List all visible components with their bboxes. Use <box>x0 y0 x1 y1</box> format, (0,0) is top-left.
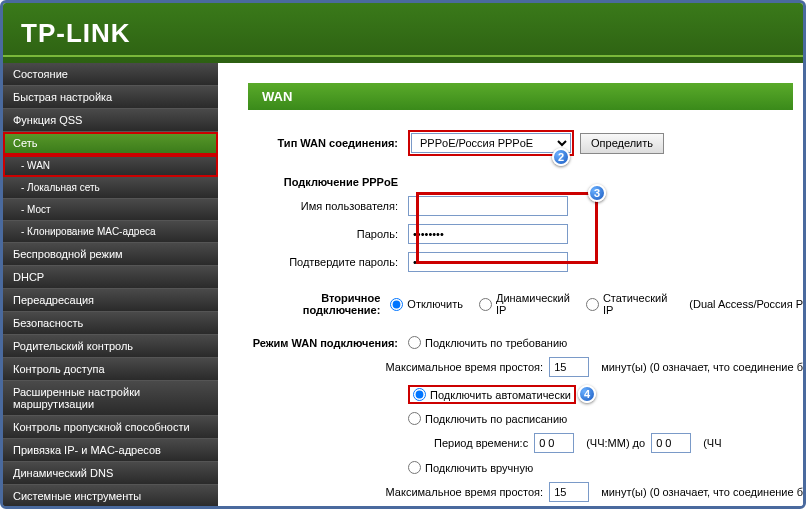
period-label: Период времени:с <box>434 437 528 449</box>
sidebar-item-parental[interactable]: Родительский контроль <box>3 335 218 358</box>
wan-type-label: Тип WAN соединения: <box>248 137 408 149</box>
logo: TP-LINK <box>21 18 131 49</box>
password-input[interactable] <box>408 224 568 244</box>
badge-2: 2 <box>552 148 570 166</box>
period-hhmm: (ЧЧ:ММ) до <box>586 437 645 449</box>
sidebar: Состояние Быстрая настройка Функция QSS … <box>3 63 218 506</box>
sidebar-item-network[interactable]: Сеть <box>3 132 218 155</box>
secondary-label: Вторичное подключение: <box>248 292 390 316</box>
secondary-staticip[interactable]: Статический IP <box>586 292 667 316</box>
sidebar-item-wireless[interactable]: Беспроводной режим <box>3 243 218 266</box>
pppoe-section-label: Подключение PPPoE <box>248 176 408 188</box>
mode-label: Режим WAN подключения: <box>248 337 408 349</box>
sidebar-item-status[interactable]: Состояние <box>3 63 218 86</box>
sidebar-item-ddns[interactable]: Динамический DNS <box>3 462 218 485</box>
page-title: WAN <box>248 83 793 110</box>
idle2-label: Максимальное время простоя: <box>386 486 544 498</box>
sidebar-item-lan[interactable]: - Локальная сеть <box>3 177 218 199</box>
badge-4: 4 <box>578 385 596 403</box>
username-input[interactable] <box>408 196 568 216</box>
sidebar-item-ipmac[interactable]: Привязка IP- и MAC-адресов <box>3 439 218 462</box>
period-from[interactable] <box>534 433 574 453</box>
sidebar-item-quick[interactable]: Быстрая настройка <box>3 86 218 109</box>
idle2-input[interactable] <box>549 482 589 502</box>
secondary-dynip[interactable]: Динамический IP <box>479 292 570 316</box>
sidebar-item-routing[interactable]: Расширенные настройки маршрутизации <box>3 381 218 416</box>
layout: Состояние Быстрая настройка Функция QSS … <box>3 63 803 506</box>
content: WAN Тип WAN соединения: PPPoE/Россия PPP… <box>218 63 803 506</box>
wan-type-select[interactable]: PPPoE/Россия PPPoE <box>411 133 571 153</box>
sidebar-item-macclone[interactable]: - Клонирование MAC-адреса <box>3 221 218 243</box>
idle-suffix: минут(ы) (0 означает, что соединение б <box>601 361 803 373</box>
mode-auto[interactable]: Подключить автоматически <box>413 388 571 401</box>
sidebar-item-access[interactable]: Контроль доступа <box>3 358 218 381</box>
confirm-label: Подтвердите пароль: <box>248 256 408 268</box>
idle-label: Максимальное время простоя: <box>386 361 544 373</box>
username-label: Имя пользователя: <box>248 200 408 212</box>
sidebar-item-bandwidth[interactable]: Контроль пропускной способности <box>3 416 218 439</box>
period-to[interactable] <box>651 433 691 453</box>
mode-ondemand[interactable]: Подключить по требованию <box>408 336 567 349</box>
sidebar-item-system[interactable]: Системные инструменты <box>3 485 218 508</box>
secondary-disable[interactable]: Отключить <box>390 298 463 311</box>
sidebar-item-forwarding[interactable]: Переадресация <box>3 289 218 312</box>
period-hhmm2: (ЧЧ <box>703 437 721 449</box>
badge-3: 3 <box>588 184 606 202</box>
sidebar-item-qss[interactable]: Функция QSS <box>3 109 218 132</box>
header: TP-LINK <box>3 3 803 63</box>
idle2-suffix: минут(ы) (0 означает, что соединение б <box>601 486 803 498</box>
sidebar-item-dhcp[interactable]: DHCP <box>3 266 218 289</box>
confirm-input[interactable] <box>408 252 568 272</box>
detect-button[interactable]: Определить <box>580 133 664 154</box>
secondary-note: (Dual Access/Россия P <box>689 298 803 310</box>
password-label: Пароль: <box>248 228 408 240</box>
sidebar-item-wan[interactable]: - WAN <box>3 155 218 177</box>
sidebar-item-bridge[interactable]: - Мост <box>3 199 218 221</box>
idle-input[interactable] <box>549 357 589 377</box>
mode-schedule[interactable]: Подключить по расписанию <box>408 412 567 425</box>
mode-manual[interactable]: Подключить вручную <box>408 461 533 474</box>
sidebar-item-security[interactable]: Безопасность <box>3 312 218 335</box>
header-divider <box>3 55 803 57</box>
